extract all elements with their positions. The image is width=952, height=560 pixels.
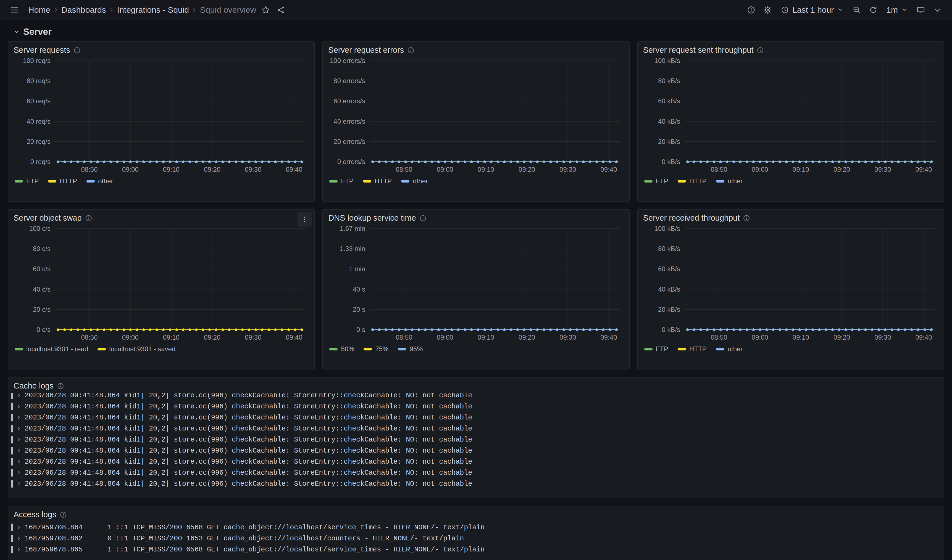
- dashboard-insights-button[interactable]: [744, 3, 759, 17]
- legend-item[interactable]: other: [87, 177, 113, 185]
- panel-header[interactable]: Server requests: [8, 42, 314, 55]
- info-icon[interactable]: [407, 47, 414, 54]
- svg-text:40 errors/s: 40 errors/s: [334, 118, 365, 125]
- log-level-bar: [11, 403, 13, 410]
- log-level-bar: [11, 480, 13, 487]
- panel-header[interactable]: Access logs: [8, 506, 944, 519]
- log-row[interactable]: 1687959708.864 1 ::1 TCP_MISS/200 6568 G…: [11, 522, 940, 533]
- svg-text:09:20: 09:20: [833, 333, 850, 341]
- log-line: 2023/06/28 09:41:48.864 kid1| 20,2| stor…: [25, 447, 472, 455]
- legend-item[interactable]: FTP: [644, 345, 668, 353]
- log-row[interactable]: 2023/06/28 09:41:48.864 kid1| 20,2| stor…: [11, 478, 940, 489]
- zoom-out-time-button[interactable]: [849, 3, 864, 17]
- svg-text:60 kB/s: 60 kB/s: [658, 265, 680, 273]
- kiosk-mode-button[interactable]: [913, 3, 928, 17]
- chevron-right-icon: [16, 447, 22, 454]
- chart-legend: FTPHTTPother: [8, 174, 314, 185]
- time-series-chart[interactable]: 0 errors/s20 errors/s40 errors/s60 error…: [325, 56, 625, 174]
- legend-item[interactable]: HTTP: [363, 177, 392, 185]
- legend-item[interactable]: 75%: [363, 345, 388, 353]
- info-icon[interactable]: [74, 47, 81, 54]
- time-series-chart[interactable]: 0 req/s20 req/s40 req/s60 req/s80 req/s1…: [11, 56, 311, 174]
- legend-item[interactable]: localhost:9301 - read: [15, 345, 88, 353]
- log-list[interactable]: 1687959708.864 1 ::1 TCP_MISS/200 6568 G…: [11, 522, 940, 555]
- legend-label: other: [98, 177, 113, 185]
- legend-item[interactable]: FTP: [15, 177, 39, 185]
- legend-item[interactable]: 50%: [329, 345, 354, 353]
- legend-item[interactable]: other: [716, 177, 743, 185]
- time-series-chart[interactable]: 0 kB/s20 kB/s40 kB/s60 kB/s80 kB/s100 kB…: [640, 56, 940, 174]
- log-row[interactable]: 2023/06/28 09:41:48.864 kid1| 20,2| stor…: [11, 456, 940, 467]
- panel-header[interactable]: Server object swap: [8, 210, 314, 222]
- log-row[interactable]: 1687959708.862 0 ::1 TCP_MISS/200 1653 G…: [11, 533, 940, 544]
- dashboard-settings-button[interactable]: [760, 3, 775, 17]
- nav-collapse-button[interactable]: [930, 3, 945, 17]
- panel-title: Server requests: [14, 46, 70, 55]
- svg-text:100 c/s: 100 c/s: [29, 225, 51, 232]
- svg-text:1.67 min: 1.67 min: [340, 225, 365, 232]
- svg-text:80 req/s: 80 req/s: [26, 77, 51, 85]
- breadcrumb-dashboards[interactable]: Dashboards: [59, 5, 108, 15]
- legend-item[interactable]: FTP: [644, 177, 668, 185]
- share-dashboard-button[interactable]: [273, 3, 288, 17]
- svg-text:09:00: 09:00: [751, 166, 768, 173]
- chevron-right-icon: [16, 403, 22, 409]
- legend-item[interactable]: HTTP: [678, 345, 707, 353]
- legend-item[interactable]: localhost:9301 - saved: [97, 345, 175, 353]
- menu-toggle-button[interactable]: [7, 3, 22, 17]
- svg-text:09:40: 09:40: [915, 166, 932, 173]
- refresh-dashboard-button[interactable]: [866, 3, 881, 17]
- section-row-server[interactable]: Server: [8, 23, 944, 42]
- svg-text:1.33 min: 1.33 min: [340, 245, 365, 252]
- legend-label: other: [413, 177, 428, 185]
- panel-header[interactable]: Server received throughput: [638, 210, 944, 222]
- log-row[interactable]: 2023/06/28 09:41:48.864 kid1| 20,2| stor…: [11, 434, 940, 445]
- legend-item[interactable]: other: [401, 177, 428, 185]
- legend-item[interactable]: other: [716, 345, 743, 353]
- log-row[interactable]: 2023/06/28 09:41:48.864 kid1| 20,2| stor…: [11, 423, 940, 434]
- info-icon[interactable]: [60, 511, 67, 518]
- legend-item[interactable]: 95%: [398, 345, 423, 353]
- svg-text:100 kB/s: 100 kB/s: [654, 57, 680, 64]
- time-series-chart[interactable]: 0 c/s20 c/s40 c/s60 c/s80 c/s100 c/s08:5…: [11, 224, 311, 342]
- legend-swatch: [48, 180, 56, 182]
- legend-item[interactable]: FTP: [329, 177, 353, 185]
- panel-header[interactable]: Server request errors: [323, 42, 629, 55]
- refresh-icon: [869, 6, 878, 14]
- legend-swatch: [97, 348, 106, 350]
- log-row[interactable]: 2023/06/28 09:41:48.864 kid1| 20,2| stor…: [11, 445, 940, 456]
- log-row[interactable]: 2023/06/28 09:41:48.864 kid1| 20,2| stor…: [11, 401, 940, 412]
- log-level-bar: [11, 413, 13, 421]
- kebab-icon: [300, 215, 309, 224]
- legend-item[interactable]: HTTP: [678, 177, 707, 185]
- panel-header[interactable]: Cache logs: [8, 378, 944, 390]
- log-row[interactable]: 1687959678.865 1 ::1 TCP_MISS/200 6568 G…: [11, 544, 940, 555]
- info-icon[interactable]: [85, 214, 92, 222]
- log-row[interactable]: 2023/06/28 09:41:48.864 kid1| 20,2| stor…: [11, 467, 940, 478]
- log-row[interactable]: 2023/06/28 09:41:48.864 kid1| 20,2| stor…: [11, 393, 940, 401]
- panel-menu-button[interactable]: [297, 212, 312, 227]
- panel-header[interactable]: DNS lookup service time: [323, 210, 629, 222]
- log-list[interactable]: 2023/06/28 09:41:48.864 kid1| 20,2| stor…: [11, 393, 940, 496]
- panel-header[interactable]: Server request sent throughput: [638, 42, 944, 55]
- time-range-picker[interactable]: Last 1 hour: [777, 3, 848, 17]
- top-nav: Home Dashboards Integrations - Squid Squ…: [0, 0, 952, 20]
- breadcrumb-folder[interactable]: Integrations - Squid: [115, 5, 191, 15]
- panel-title: Server object swap: [14, 213, 82, 222]
- breadcrumb-home[interactable]: Home: [26, 5, 53, 15]
- refresh-interval-picker[interactable]: 1m: [882, 3, 912, 17]
- legend-item[interactable]: HTTP: [48, 177, 77, 185]
- info-icon[interactable]: [757, 47, 764, 54]
- info-icon[interactable]: [57, 383, 64, 390]
- svg-text:09:20: 09:20: [833, 166, 850, 173]
- info-icon[interactable]: [419, 214, 427, 222]
- star-dashboard-button[interactable]: [258, 3, 273, 17]
- time-series-chart[interactable]: 0 kB/s20 kB/s40 kB/s60 kB/s80 kB/s100 kB…: [640, 224, 940, 342]
- breadcrumb: Home Dashboards Integrations - Squid Squ…: [26, 5, 258, 15]
- legend-label: 75%: [375, 345, 388, 353]
- svg-text:09:40: 09:40: [601, 166, 617, 173]
- svg-text:09:10: 09:10: [793, 166, 809, 173]
- log-row[interactable]: 2023/06/28 09:41:48.864 kid1| 20,2| stor…: [11, 412, 940, 423]
- info-icon[interactable]: [743, 214, 750, 222]
- time-series-chart[interactable]: 0 s20 s40 s1 min1.33 min1.67 min08:5009:…: [325, 224, 625, 342]
